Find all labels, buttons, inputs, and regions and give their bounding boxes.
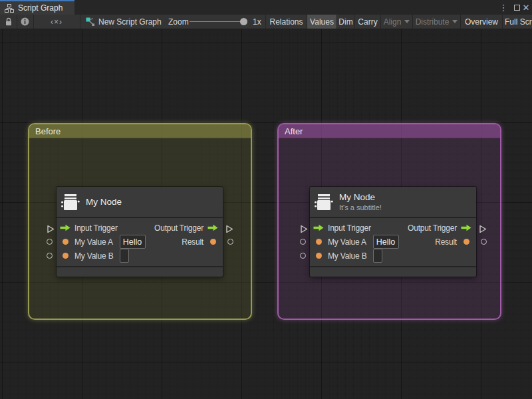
port-label-value-b: My Value B	[328, 251, 366, 261]
node-before-header[interactable]: My Node	[57, 187, 223, 218]
port-label-input-trigger: Input Trigger	[74, 223, 118, 233]
script-graph-window: Script Graph ⋮ ✕ ‹×›	[0, 0, 532, 399]
info-icon	[21, 17, 29, 26]
external-output-trigger-port[interactable]	[225, 224, 233, 236]
external-input-trigger-port[interactable]	[300, 224, 308, 236]
port-label-value-b: My Value B	[74, 251, 113, 261]
input-trigger-port-icon[interactable]	[60, 224, 70, 231]
group-before-title: Before	[35, 126, 61, 136]
toolbar-button-overview[interactable]: Overview	[461, 15, 502, 29]
node-before-footer	[57, 267, 223, 277]
close-icon[interactable]: ✕	[521, 0, 531, 15]
external-value-a-port[interactable]	[47, 239, 53, 245]
external-value-b-port[interactable]	[300, 253, 306, 259]
port-label-output-trigger: Output Trigger	[408, 223, 457, 233]
zoom-value: 1x	[253, 15, 261, 29]
result-port-icon[interactable]	[210, 239, 216, 245]
value-b-port-icon[interactable]	[63, 253, 68, 259]
toolbar-button-carry[interactable]: Carry	[355, 15, 380, 29]
input-trigger-port-icon[interactable]	[313, 224, 324, 231]
script-graph-tab-icon	[5, 4, 14, 13]
code-view-button[interactable]: ‹×›	[33, 15, 80, 29]
node-my-node-after[interactable]: My Node It's a subtitle! Input Trigger O…	[310, 187, 476, 277]
tab-script-graph[interactable]: Script Graph	[0, 0, 74, 15]
toolbar-button-align[interactable]: Align	[381, 15, 412, 29]
distribute-dropdown-caret-icon	[452, 20, 458, 23]
node-title: My Node	[339, 192, 382, 202]
maximize-icon[interactable]	[514, 0, 520, 15]
node-title: My Node	[86, 197, 122, 207]
value-a-port-icon[interactable]	[316, 239, 322, 245]
lock-icon	[5, 17, 13, 26]
toolbar-button-distribute[interactable]: Distribute	[413, 15, 460, 29]
graph-toolbar: ‹×› New Script Graph Zoom 1x Relations V…	[0, 15, 532, 29]
align-dropdown-caret-icon	[404, 20, 410, 23]
value-a-input[interactable]	[120, 235, 146, 249]
tab-title: Script Graph	[18, 3, 63, 13]
port-label-result: Result	[182, 237, 203, 247]
group-after-header[interactable]: After	[279, 124, 500, 138]
node-icon	[61, 192, 80, 212]
graph-asset-icon	[85, 15, 96, 29]
zoom-slider[interactable]	[190, 21, 247, 22]
toolbar-button-values[interactable]: Values	[307, 15, 336, 29]
external-result-port[interactable]	[227, 239, 233, 245]
port-label-output-trigger: Output Trigger	[154, 223, 203, 233]
port-label-input-trigger: Input Trigger	[328, 223, 371, 233]
graph-name[interactable]: New Script Graph	[98, 15, 162, 29]
lock-button[interactable]	[0, 15, 17, 29]
group-after-title: After	[285, 126, 303, 136]
port-label-result: Result	[435, 237, 457, 247]
external-result-port[interactable]	[481, 239, 487, 245]
value-b-input[interactable]	[120, 249, 129, 263]
toolbar-button-fullscreen[interactable]: Full Scr	[503, 15, 532, 29]
zoom-label: Zoom	[168, 15, 189, 29]
result-port-icon[interactable]	[464, 239, 469, 245]
window-menu-icon[interactable]: ⋮	[499, 0, 508, 15]
value-b-input[interactable]	[373, 249, 382, 263]
port-label-value-a: My Value A	[74, 237, 113, 247]
value-a-input[interactable]	[373, 235, 399, 249]
tab-bar: Script Graph ⋮ ✕	[0, 0, 532, 15]
value-a-port-icon[interactable]	[63, 239, 68, 245]
output-trigger-port-icon[interactable]	[207, 224, 218, 231]
zoom-slider-handle[interactable]	[240, 18, 247, 25]
external-output-trigger-port[interactable]	[479, 224, 487, 236]
external-input-trigger-port[interactable]	[47, 224, 55, 236]
value-b-port-icon[interactable]	[316, 253, 322, 259]
port-label-value-a: My Value A	[328, 237, 366, 247]
toolbar-button-relations[interactable]: Relations	[266, 15, 307, 29]
external-value-a-port[interactable]	[300, 239, 306, 245]
node-icon	[315, 192, 333, 212]
external-value-b-port[interactable]	[47, 253, 53, 259]
node-my-node-before[interactable]: My Node Input Trigger Output Trigger	[57, 187, 223, 277]
node-after-body: Input Trigger Output Trigger My Value A	[310, 218, 476, 267]
node-before-body: Input Trigger Output Trigger My Value A	[57, 218, 223, 267]
graph-canvas[interactable]: Before After My Node	[0, 29, 532, 399]
group-before-header[interactable]: Before	[29, 124, 251, 138]
info-button[interactable]	[17, 15, 33, 29]
output-trigger-port-icon[interactable]	[461, 224, 471, 231]
node-after-header[interactable]: My Node It's a subtitle!	[310, 187, 476, 218]
node-after-footer	[310, 267, 476, 277]
toolbar-button-dim[interactable]: Dim	[337, 15, 354, 29]
node-subtitle: It's a subtitle!	[339, 203, 382, 211]
